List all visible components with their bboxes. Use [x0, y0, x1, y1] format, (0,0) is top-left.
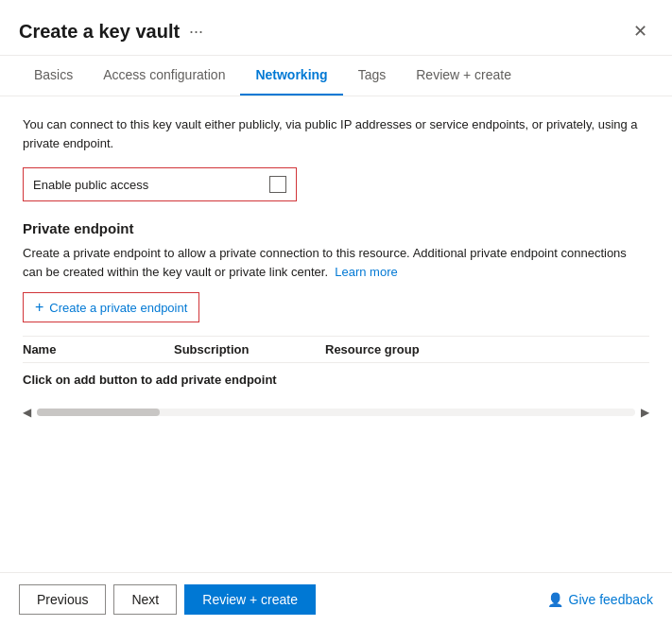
- plus-icon: +: [35, 299, 43, 316]
- add-button-text: Click on add button: [23, 373, 137, 387]
- empty-suffix: to add private endpoint: [137, 373, 276, 387]
- feedback-icon: 👤: [547, 592, 563, 607]
- previous-button[interactable]: Previous: [19, 584, 106, 615]
- private-endpoint-description: Create a private endpoint to allow a pri…: [23, 244, 649, 281]
- give-feedback-button[interactable]: 👤 Give feedback: [547, 592, 654, 607]
- connection-info-text: You can connect to this key vault either…: [23, 115, 649, 152]
- col-resource-group: Resource group: [325, 342, 476, 356]
- learn-more-link[interactable]: Learn more: [335, 265, 397, 279]
- next-button[interactable]: Next: [113, 584, 177, 615]
- dialog-ellipsis-menu[interactable]: ···: [189, 22, 203, 42]
- dialog-footer: Previous Next Review + create 👤 Give fee…: [0, 572, 672, 626]
- create-endpoint-label: Create a private endpoint: [49, 301, 187, 315]
- review-create-button[interactable]: Review + create: [184, 584, 316, 615]
- enable-public-access-label: Enable public access: [33, 178, 148, 192]
- scroll-right-arrow[interactable]: ▶: [641, 406, 649, 419]
- feedback-label: Give feedback: [569, 592, 654, 607]
- enable-public-access-row[interactable]: Enable public access: [23, 167, 297, 201]
- dialog-title-row: Create a key vault ···: [19, 21, 203, 43]
- dialog-header: Create a key vault ··· ✕: [0, 0, 672, 56]
- main-content: You can connect to this key vault either…: [0, 96, 672, 572]
- scroll-track[interactable]: [37, 409, 635, 416]
- col-subscription: Subscription: [174, 342, 325, 356]
- create-private-endpoint-button[interactable]: + Create a private endpoint: [23, 292, 199, 322]
- create-key-vault-dialog: Create a key vault ··· ✕ Basics Access c…: [0, 0, 672, 626]
- tab-review-create[interactable]: Review + create: [401, 56, 526, 96]
- close-button[interactable]: ✕: [628, 17, 653, 45]
- table-header: Name Subscription Resource group: [23, 337, 649, 363]
- col-name: Name: [23, 342, 174, 356]
- table-empty-message: Click on add button to add private endpo…: [23, 363, 649, 396]
- tab-tags[interactable]: Tags: [343, 56, 402, 96]
- private-endpoint-section: Private endpoint Create a private endpoi…: [23, 220, 649, 419]
- tab-basics[interactable]: Basics: [19, 56, 88, 96]
- endpoints-table: Name Subscription Resource group Click o…: [23, 336, 649, 396]
- horizontal-scrollbar[interactable]: ◀ ▶: [23, 406, 649, 419]
- tab-bar: Basics Access configuration Networking T…: [0, 56, 672, 96]
- enable-public-access-checkbox[interactable]: [269, 176, 286, 193]
- tab-networking[interactable]: Networking: [240, 56, 342, 96]
- private-endpoint-desc-text: Create a private endpoint to allow a pri…: [23, 246, 627, 279]
- scroll-left-arrow[interactable]: ◀: [23, 406, 31, 419]
- tab-access-configuration[interactable]: Access configuration: [88, 56, 240, 96]
- scroll-thumb[interactable]: [37, 409, 160, 416]
- private-endpoint-title: Private endpoint: [23, 220, 649, 236]
- dialog-title: Create a key vault: [19, 21, 180, 43]
- footer-nav-buttons: Previous Next Review + create: [19, 584, 316, 615]
